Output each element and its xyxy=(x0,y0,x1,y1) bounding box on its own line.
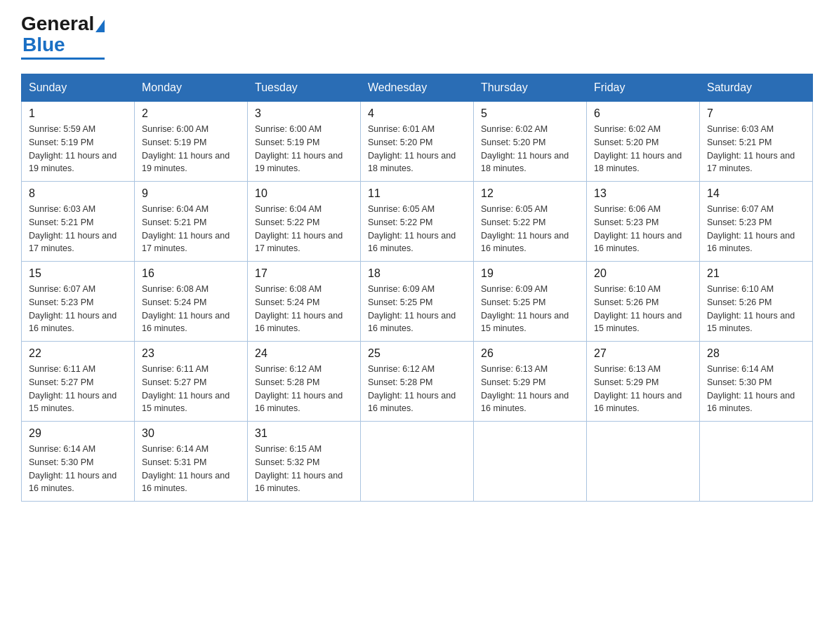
day-info: Sunrise: 6:03 AM Sunset: 5:21 PM Dayligh… xyxy=(29,203,127,255)
calendar-week-row: 29 Sunrise: 6:14 AM Sunset: 5:30 PM Dayl… xyxy=(22,422,813,502)
day-info: Sunrise: 6:15 AM Sunset: 5:32 PM Dayligh… xyxy=(255,443,353,495)
day-info: Sunrise: 6:04 AM Sunset: 5:21 PM Dayligh… xyxy=(142,203,240,255)
calendar-day-cell: 21 Sunrise: 6:10 AM Sunset: 5:26 PM Dayl… xyxy=(700,262,813,342)
day-info: Sunrise: 6:05 AM Sunset: 5:22 PM Dayligh… xyxy=(368,203,466,255)
weekday-header-friday: Friday xyxy=(587,74,700,102)
logo-arrow-icon xyxy=(95,20,105,32)
day-number: 20 xyxy=(594,267,692,280)
calendar-day-cell: 30 Sunrise: 6:14 AM Sunset: 5:31 PM Dayl… xyxy=(135,422,248,502)
day-number: 31 xyxy=(255,427,353,440)
calendar-day-cell: 12 Sunrise: 6:05 AM Sunset: 5:22 PM Dayl… xyxy=(474,182,587,262)
calendar-day-cell: 31 Sunrise: 6:15 AM Sunset: 5:32 PM Dayl… xyxy=(248,422,361,502)
day-info: Sunrise: 6:10 AM Sunset: 5:26 PM Dayligh… xyxy=(707,283,805,335)
logo: General Blue xyxy=(21,14,105,60)
logo-underline-bar xyxy=(21,58,105,60)
calendar-day-cell: 22 Sunrise: 6:11 AM Sunset: 5:27 PM Dayl… xyxy=(22,342,135,422)
calendar-week-row: 22 Sunrise: 6:11 AM Sunset: 5:27 PM Dayl… xyxy=(22,342,813,422)
day-info: Sunrise: 6:07 AM Sunset: 5:23 PM Dayligh… xyxy=(29,283,127,335)
day-info: Sunrise: 6:04 AM Sunset: 5:22 PM Dayligh… xyxy=(255,203,353,255)
calendar-day-cell: 5 Sunrise: 6:02 AM Sunset: 5:20 PM Dayli… xyxy=(474,102,587,182)
calendar-day-cell xyxy=(587,422,700,502)
calendar-day-cell xyxy=(474,422,587,502)
weekday-header-monday: Monday xyxy=(135,74,248,102)
calendar-day-cell: 27 Sunrise: 6:13 AM Sunset: 5:29 PM Dayl… xyxy=(587,342,700,422)
calendar-day-cell: 8 Sunrise: 6:03 AM Sunset: 5:21 PM Dayli… xyxy=(22,182,135,262)
calendar-day-cell: 25 Sunrise: 6:12 AM Sunset: 5:28 PM Dayl… xyxy=(361,342,474,422)
day-number: 30 xyxy=(142,427,240,440)
day-info: Sunrise: 6:13 AM Sunset: 5:29 PM Dayligh… xyxy=(481,363,579,415)
calendar-day-cell: 3 Sunrise: 6:00 AM Sunset: 5:19 PM Dayli… xyxy=(248,102,361,182)
calendar-day-cell: 2 Sunrise: 6:00 AM Sunset: 5:19 PM Dayli… xyxy=(135,102,248,182)
weekday-header-saturday: Saturday xyxy=(700,74,813,102)
calendar-day-cell: 14 Sunrise: 6:07 AM Sunset: 5:23 PM Dayl… xyxy=(700,182,813,262)
day-info: Sunrise: 6:09 AM Sunset: 5:25 PM Dayligh… xyxy=(368,283,466,335)
day-info: Sunrise: 6:05 AM Sunset: 5:22 PM Dayligh… xyxy=(481,203,579,255)
calendar-day-cell: 16 Sunrise: 6:08 AM Sunset: 5:24 PM Dayl… xyxy=(135,262,248,342)
day-number: 9 xyxy=(142,187,240,200)
day-number: 22 xyxy=(29,347,127,360)
calendar-table: SundayMondayTuesdayWednesdayThursdayFrid… xyxy=(21,74,813,502)
day-info: Sunrise: 6:12 AM Sunset: 5:28 PM Dayligh… xyxy=(368,363,466,415)
day-info: Sunrise: 6:02 AM Sunset: 5:20 PM Dayligh… xyxy=(481,123,579,175)
day-number: 21 xyxy=(707,267,805,280)
day-number: 24 xyxy=(255,347,353,360)
day-info: Sunrise: 6:06 AM Sunset: 5:23 PM Dayligh… xyxy=(594,203,692,255)
day-number: 27 xyxy=(594,347,692,360)
calendar-day-cell: 17 Sunrise: 6:08 AM Sunset: 5:24 PM Dayl… xyxy=(248,262,361,342)
day-info: Sunrise: 6:00 AM Sunset: 5:19 PM Dayligh… xyxy=(255,123,353,175)
day-info: Sunrise: 6:08 AM Sunset: 5:24 PM Dayligh… xyxy=(255,283,353,335)
day-info: Sunrise: 6:00 AM Sunset: 5:19 PM Dayligh… xyxy=(142,123,240,175)
calendar-day-cell: 20 Sunrise: 6:10 AM Sunset: 5:26 PM Dayl… xyxy=(587,262,700,342)
calendar-week-row: 1 Sunrise: 5:59 AM Sunset: 5:19 PM Dayli… xyxy=(22,102,813,182)
day-number: 19 xyxy=(481,267,579,280)
day-number: 2 xyxy=(142,107,240,120)
day-number: 25 xyxy=(368,347,466,360)
weekday-header-sunday: Sunday xyxy=(22,74,135,102)
day-number: 5 xyxy=(481,107,579,120)
calendar-day-cell: 23 Sunrise: 6:11 AM Sunset: 5:27 PM Dayl… xyxy=(135,342,248,422)
day-info: Sunrise: 6:10 AM Sunset: 5:26 PM Dayligh… xyxy=(594,283,692,335)
day-info: Sunrise: 6:14 AM Sunset: 5:30 PM Dayligh… xyxy=(707,363,805,415)
calendar-day-cell: 11 Sunrise: 6:05 AM Sunset: 5:22 PM Dayl… xyxy=(361,182,474,262)
day-number: 28 xyxy=(707,347,805,360)
calendar-day-cell: 4 Sunrise: 6:01 AM Sunset: 5:20 PM Dayli… xyxy=(361,102,474,182)
calendar-day-cell: 9 Sunrise: 6:04 AM Sunset: 5:21 PM Dayli… xyxy=(135,182,248,262)
day-number: 4 xyxy=(368,107,466,120)
day-number: 6 xyxy=(594,107,692,120)
calendar-week-row: 15 Sunrise: 6:07 AM Sunset: 5:23 PM Dayl… xyxy=(22,262,813,342)
day-info: Sunrise: 6:14 AM Sunset: 5:31 PM Dayligh… xyxy=(142,443,240,495)
day-info: Sunrise: 6:12 AM Sunset: 5:28 PM Dayligh… xyxy=(255,363,353,415)
day-info: Sunrise: 6:13 AM Sunset: 5:29 PM Dayligh… xyxy=(594,363,692,415)
weekday-header-thursday: Thursday xyxy=(474,74,587,102)
day-number: 3 xyxy=(255,107,353,120)
logo-blue-label: Blue xyxy=(22,34,65,56)
calendar-day-cell: 24 Sunrise: 6:12 AM Sunset: 5:28 PM Dayl… xyxy=(248,342,361,422)
day-number: 14 xyxy=(707,187,805,200)
day-number: 1 xyxy=(29,107,127,120)
day-info: Sunrise: 6:11 AM Sunset: 5:27 PM Dayligh… xyxy=(142,363,240,415)
calendar-day-cell: 29 Sunrise: 6:14 AM Sunset: 5:30 PM Dayl… xyxy=(22,422,135,502)
calendar-day-cell: 18 Sunrise: 6:09 AM Sunset: 5:25 PM Dayl… xyxy=(361,262,474,342)
day-number: 12 xyxy=(481,187,579,200)
day-info: Sunrise: 6:08 AM Sunset: 5:24 PM Dayligh… xyxy=(142,283,240,335)
day-number: 7 xyxy=(707,107,805,120)
day-info: Sunrise: 6:03 AM Sunset: 5:21 PM Dayligh… xyxy=(707,123,805,175)
calendar-day-cell: 28 Sunrise: 6:14 AM Sunset: 5:30 PM Dayl… xyxy=(700,342,813,422)
weekday-header-wednesday: Wednesday xyxy=(361,74,474,102)
calendar-week-row: 8 Sunrise: 6:03 AM Sunset: 5:21 PM Dayli… xyxy=(22,182,813,262)
calendar-day-cell: 10 Sunrise: 6:04 AM Sunset: 5:22 PM Dayl… xyxy=(248,182,361,262)
day-number: 13 xyxy=(594,187,692,200)
calendar-day-cell xyxy=(700,422,813,502)
day-number: 17 xyxy=(255,267,353,280)
day-number: 15 xyxy=(29,267,127,280)
day-number: 10 xyxy=(255,187,353,200)
day-number: 26 xyxy=(481,347,579,360)
day-info: Sunrise: 5:59 AM Sunset: 5:19 PM Dayligh… xyxy=(29,123,127,175)
weekday-header-tuesday: Tuesday xyxy=(248,74,361,102)
day-number: 11 xyxy=(368,187,466,200)
calendar-day-cell: 7 Sunrise: 6:03 AM Sunset: 5:21 PM Dayli… xyxy=(700,102,813,182)
day-number: 23 xyxy=(142,347,240,360)
calendar-day-cell: 19 Sunrise: 6:09 AM Sunset: 5:25 PM Dayl… xyxy=(474,262,587,342)
calendar-day-cell: 13 Sunrise: 6:06 AM Sunset: 5:23 PM Dayl… xyxy=(587,182,700,262)
calendar-day-cell xyxy=(361,422,474,502)
